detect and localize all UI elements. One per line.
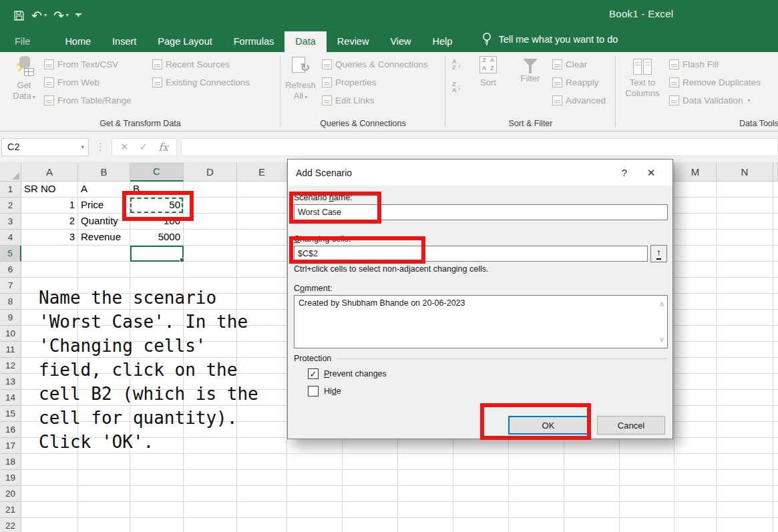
cell-N3[interactable] <box>717 214 773 230</box>
cell-C19[interactable] <box>130 470 184 486</box>
cell-O3[interactable] <box>773 214 778 230</box>
cell-O13[interactable] <box>773 374 778 390</box>
cell-F22[interactable] <box>287 518 343 532</box>
cell-A4[interactable]: 3 <box>21 230 78 246</box>
scroll-up-icon[interactable]: ∧ <box>659 300 664 308</box>
cell-B21[interactable] <box>78 502 130 518</box>
cell-J17[interactable] <box>509 438 564 454</box>
tell-me-box[interactable]: Tell me what you want to do <box>481 32 618 52</box>
redo-button[interactable]: ↷▾ <box>53 9 69 22</box>
cell-O17[interactable] <box>773 438 778 454</box>
cell-D20[interactable] <box>184 486 237 502</box>
row-header-9[interactable]: 9 <box>0 310 21 326</box>
cell-F20[interactable] <box>287 486 343 502</box>
select-all-corner[interactable] <box>0 162 21 182</box>
tab-file[interactable]: File <box>0 31 45 52</box>
cell-M19[interactable] <box>674 470 717 486</box>
cell-M6[interactable] <box>674 262 717 278</box>
cell-N10[interactable] <box>717 326 773 342</box>
cell-D22[interactable] <box>184 518 237 532</box>
tab-review[interactable]: Review <box>327 31 380 52</box>
cell-J18[interactable] <box>509 454 564 470</box>
cell-N4[interactable] <box>717 230 773 246</box>
from-web-button[interactable]: From Web <box>44 76 132 89</box>
cell-A18[interactable] <box>21 454 78 470</box>
cell-O11[interactable] <box>773 342 778 358</box>
get-data-button[interactable]: ⚡ Get Data▾ <box>5 56 43 102</box>
cell-M9[interactable] <box>674 310 717 326</box>
cell-M15[interactable] <box>674 406 717 422</box>
cell-C3[interactable]: 100 <box>130 214 184 230</box>
cell-N7[interactable] <box>717 278 773 294</box>
cell-N2[interactable] <box>717 198 773 214</box>
cell-A3[interactable]: 2 <box>21 214 78 230</box>
cell-L21[interactable] <box>620 502 674 518</box>
formula-bar-grip[interactable]: ⋮ <box>95 141 106 153</box>
cell-E20[interactable] <box>237 486 287 502</box>
cell-O14[interactable] <box>773 390 778 406</box>
edit-links-button[interactable]: Edit Links <box>322 94 428 107</box>
undo-dropdown-icon[interactable]: ▾ <box>44 13 47 18</box>
dialog-help-icon[interactable]: ? <box>611 167 638 178</box>
remove-duplicates-button[interactable]: Remove Duplicates <box>669 76 761 89</box>
cell-M10[interactable] <box>674 326 717 342</box>
cell-I22[interactable] <box>453 518 509 532</box>
cell-E21[interactable] <box>237 502 287 518</box>
row-header-16[interactable]: 16 <box>0 422 21 438</box>
scenario-name-input[interactable] <box>294 204 668 220</box>
cell-C18[interactable] <box>130 454 184 470</box>
cell-N13[interactable] <box>717 374 773 390</box>
column-header-D[interactable]: D <box>184 162 237 182</box>
save-icon[interactable] <box>13 10 25 21</box>
cell-K17[interactable] <box>564 438 620 454</box>
cell-B3[interactable]: Quantity <box>78 214 130 230</box>
cell-G17[interactable] <box>343 438 398 454</box>
undo-button[interactable]: ↶▾ <box>31 9 47 22</box>
scroll-down-icon[interactable]: ∨ <box>659 335 664 344</box>
cell-E6[interactable] <box>237 262 287 278</box>
cell-L17[interactable] <box>620 438 674 454</box>
cell-K21[interactable] <box>564 502 620 518</box>
row-header-15[interactable]: 15 <box>0 406 21 422</box>
cell-B1[interactable]: A <box>78 182 130 198</box>
cell-N18[interactable] <box>717 454 773 470</box>
reapply-button[interactable]: Reapply <box>552 76 606 89</box>
row-header-21[interactable]: 21 <box>0 502 21 518</box>
cell-H21[interactable] <box>398 502 453 518</box>
cell-E4[interactable] <box>237 230 287 246</box>
cancel-button[interactable]: Cancel <box>597 416 665 435</box>
cell-A19[interactable] <box>21 470 78 486</box>
cell-L22[interactable] <box>620 518 674 532</box>
cell-M20[interactable] <box>674 486 717 502</box>
existing-connections-button[interactable]: Existing Connections <box>152 76 250 89</box>
cell-D21[interactable] <box>184 502 237 518</box>
cell-O16[interactable] <box>773 422 778 438</box>
cell-M5[interactable] <box>674 246 717 262</box>
row-header-3[interactable]: 3 <box>0 214 21 230</box>
column-header-E[interactable]: E <box>237 162 287 182</box>
cell-O6[interactable] <box>773 262 778 278</box>
cell-G22[interactable] <box>343 518 398 532</box>
cell-O18[interactable] <box>773 454 778 470</box>
cell-I17[interactable] <box>453 438 509 454</box>
cell-M14[interactable] <box>674 390 717 406</box>
cell-O20[interactable] <box>773 486 778 502</box>
cell-L20[interactable] <box>620 486 674 502</box>
customize-qat-icon[interactable]: ▾ <box>75 13 81 17</box>
cell-E18[interactable] <box>237 454 287 470</box>
filter-button[interactable]: Filter <box>514 56 547 84</box>
name-box-dropdown-icon[interactable]: ▾ <box>81 144 84 150</box>
cell-L19[interactable] <box>620 470 674 486</box>
row-header-14[interactable]: 14 <box>0 390 21 406</box>
cell-M8[interactable] <box>674 294 717 310</box>
row-header-12[interactable]: 12 <box>0 358 21 374</box>
cell-K20[interactable] <box>564 486 620 502</box>
sort-za-button[interactable]: ZA↓ <box>452 81 461 94</box>
cell-E3[interactable] <box>237 214 287 230</box>
changing-cells-input[interactable] <box>294 246 648 262</box>
cell-M13[interactable] <box>674 374 717 390</box>
column-header-M[interactable]: M <box>674 162 717 182</box>
cell-G19[interactable] <box>343 470 398 486</box>
column-header-B[interactable]: B <box>78 162 130 182</box>
cell-F21[interactable] <box>287 502 343 518</box>
